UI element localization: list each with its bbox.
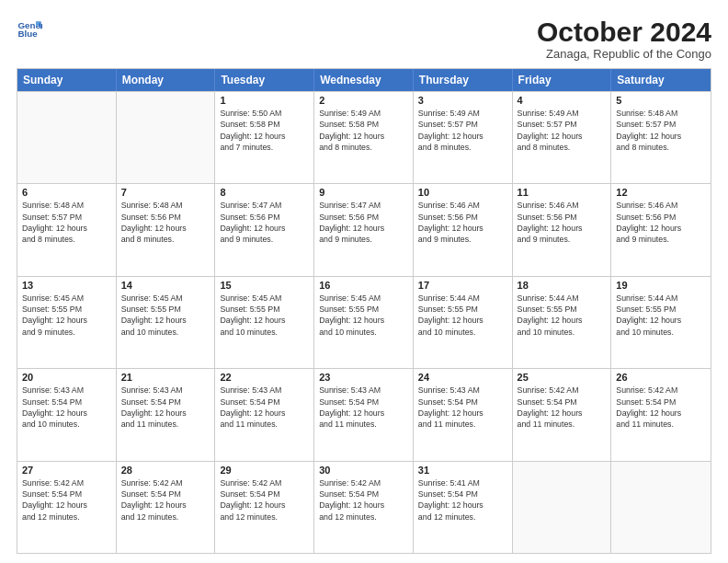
day-info: Sunrise: 5:45 AM Sunset: 5:55 PM Dayligh… xyxy=(22,293,111,338)
day-info: Sunrise: 5:46 AM Sunset: 5:56 PM Dayligh… xyxy=(418,200,507,245)
day-number: 30 xyxy=(319,465,408,476)
day-cell-17: 17Sunrise: 5:44 AM Sunset: 5:55 PM Dayli… xyxy=(414,277,513,368)
day-number: 4 xyxy=(518,95,607,106)
day-number: 23 xyxy=(319,372,408,383)
day-number: 5 xyxy=(616,95,706,106)
day-number: 11 xyxy=(518,187,607,198)
day-info: Sunrise: 5:43 AM Sunset: 5:54 PM Dayligh… xyxy=(220,385,309,430)
day-number: 12 xyxy=(616,187,706,198)
day-cell-14: 14Sunrise: 5:45 AM Sunset: 5:55 PM Dayli… xyxy=(117,277,216,368)
day-cell-24: 24Sunrise: 5:43 AM Sunset: 5:54 PM Dayli… xyxy=(414,369,513,460)
generalblue-icon: General Blue xyxy=(17,17,42,42)
day-info: Sunrise: 5:49 AM Sunset: 5:57 PM Dayligh… xyxy=(418,108,507,153)
day-number: 26 xyxy=(616,372,706,383)
day-cell-12: 12Sunrise: 5:46 AM Sunset: 5:56 PM Dayli… xyxy=(611,184,711,275)
calendar-row-2: 13Sunrise: 5:45 AM Sunset: 5:55 PM Dayli… xyxy=(17,276,711,368)
day-cell-26: 26Sunrise: 5:42 AM Sunset: 5:54 PM Dayli… xyxy=(611,369,711,460)
day-info: Sunrise: 5:42 AM Sunset: 5:54 PM Dayligh… xyxy=(616,385,706,430)
day-info: Sunrise: 5:44 AM Sunset: 5:55 PM Dayligh… xyxy=(616,293,706,338)
month-title: October 2024 xyxy=(537,17,711,47)
day-info: Sunrise: 5:42 AM Sunset: 5:54 PM Dayligh… xyxy=(220,477,309,523)
day-number: 17 xyxy=(418,280,507,291)
day-cell-21: 21Sunrise: 5:43 AM Sunset: 5:54 PM Dayli… xyxy=(117,369,216,460)
day-info: Sunrise: 5:43 AM Sunset: 5:54 PM Dayligh… xyxy=(121,385,210,430)
day-number: 7 xyxy=(121,187,210,198)
day-cell-30: 30Sunrise: 5:42 AM Sunset: 5:54 PM Dayli… xyxy=(314,462,414,553)
header-day-wednesday: Wednesday xyxy=(314,69,414,91)
day-info: Sunrise: 5:42 AM Sunset: 5:54 PM Dayligh… xyxy=(121,477,210,523)
header-day-sunday: Sunday xyxy=(17,69,117,91)
day-cell-3: 3Sunrise: 5:49 AM Sunset: 5:57 PM Daylig… xyxy=(414,92,513,183)
day-number: 22 xyxy=(220,372,309,383)
day-number: 15 xyxy=(220,280,309,291)
day-cell-28: 28Sunrise: 5:42 AM Sunset: 5:54 PM Dayli… xyxy=(117,462,216,553)
day-cell-29: 29Sunrise: 5:42 AM Sunset: 5:54 PM Dayli… xyxy=(215,462,314,553)
day-cell-15: 15Sunrise: 5:45 AM Sunset: 5:55 PM Dayli… xyxy=(215,277,314,368)
calendar-row-1: 6Sunrise: 5:48 AM Sunset: 5:57 PM Daylig… xyxy=(17,183,711,275)
day-number: 1 xyxy=(220,95,309,106)
day-info: Sunrise: 5:45 AM Sunset: 5:55 PM Dayligh… xyxy=(319,293,408,338)
day-number: 28 xyxy=(121,465,210,476)
day-info: Sunrise: 5:42 AM Sunset: 5:54 PM Dayligh… xyxy=(22,477,111,523)
day-cell-7: 7Sunrise: 5:48 AM Sunset: 5:56 PM Daylig… xyxy=(117,184,216,275)
day-number: 13 xyxy=(22,280,111,291)
day-number: 29 xyxy=(220,465,309,476)
day-cell-8: 8Sunrise: 5:47 AM Sunset: 5:56 PM Daylig… xyxy=(215,184,314,275)
day-info: Sunrise: 5:46 AM Sunset: 5:56 PM Dayligh… xyxy=(616,200,706,245)
empty-cell xyxy=(513,462,612,553)
day-info: Sunrise: 5:50 AM Sunset: 5:58 PM Dayligh… xyxy=(220,108,309,153)
day-cell-9: 9Sunrise: 5:47 AM Sunset: 5:56 PM Daylig… xyxy=(314,184,414,275)
day-number: 6 xyxy=(22,187,111,198)
day-cell-22: 22Sunrise: 5:43 AM Sunset: 5:54 PM Dayli… xyxy=(215,369,314,460)
day-cell-27: 27Sunrise: 5:42 AM Sunset: 5:54 PM Dayli… xyxy=(17,462,117,553)
day-number: 21 xyxy=(121,372,210,383)
day-cell-31: 31Sunrise: 5:41 AM Sunset: 5:54 PM Dayli… xyxy=(414,462,513,553)
day-number: 14 xyxy=(121,280,210,291)
day-cell-16: 16Sunrise: 5:45 AM Sunset: 5:55 PM Dayli… xyxy=(314,277,414,368)
day-cell-6: 6Sunrise: 5:48 AM Sunset: 5:57 PM Daylig… xyxy=(17,184,117,275)
header-day-saturday: Saturday xyxy=(611,69,711,91)
day-number: 25 xyxy=(518,372,607,383)
day-info: Sunrise: 5:48 AM Sunset: 5:57 PM Dayligh… xyxy=(22,200,111,245)
day-number: 20 xyxy=(22,372,111,383)
empty-cell xyxy=(611,462,711,553)
day-info: Sunrise: 5:43 AM Sunset: 5:54 PM Dayligh… xyxy=(22,385,111,430)
calendar: SundayMondayTuesdayWednesdayThursdayFrid… xyxy=(17,68,711,554)
day-number: 24 xyxy=(418,372,507,383)
day-info: Sunrise: 5:41 AM Sunset: 5:54 PM Dayligh… xyxy=(418,477,507,523)
header-day-monday: Monday xyxy=(117,69,216,91)
day-cell-11: 11Sunrise: 5:46 AM Sunset: 5:56 PM Dayli… xyxy=(513,184,612,275)
day-info: Sunrise: 5:45 AM Sunset: 5:55 PM Dayligh… xyxy=(220,293,309,338)
day-info: Sunrise: 5:49 AM Sunset: 5:58 PM Dayligh… xyxy=(319,108,408,153)
day-cell-19: 19Sunrise: 5:44 AM Sunset: 5:55 PM Dayli… xyxy=(611,277,711,368)
day-info: Sunrise: 5:43 AM Sunset: 5:54 PM Dayligh… xyxy=(418,385,507,430)
page: General Blue October 2024 Zanaga, Republ… xyxy=(0,0,728,563)
day-cell-13: 13Sunrise: 5:45 AM Sunset: 5:55 PM Dayli… xyxy=(17,277,117,368)
header-day-tuesday: Tuesday xyxy=(215,69,314,91)
day-number: 10 xyxy=(418,187,507,198)
day-info: Sunrise: 5:45 AM Sunset: 5:55 PM Dayligh… xyxy=(121,293,210,338)
day-number: 31 xyxy=(418,465,507,476)
day-info: Sunrise: 5:49 AM Sunset: 5:57 PM Dayligh… xyxy=(518,108,607,153)
calendar-row-0: 1Sunrise: 5:50 AM Sunset: 5:58 PM Daylig… xyxy=(17,91,711,183)
day-cell-20: 20Sunrise: 5:43 AM Sunset: 5:54 PM Dayli… xyxy=(17,369,117,460)
day-info: Sunrise: 5:47 AM Sunset: 5:56 PM Dayligh… xyxy=(319,200,408,245)
day-info: Sunrise: 5:43 AM Sunset: 5:54 PM Dayligh… xyxy=(319,385,408,430)
day-number: 19 xyxy=(616,280,706,291)
header: General Blue October 2024 Zanaga, Republ… xyxy=(17,17,711,61)
day-number: 16 xyxy=(319,280,408,291)
day-cell-4: 4Sunrise: 5:49 AM Sunset: 5:57 PM Daylig… xyxy=(513,92,612,183)
logo: General Blue xyxy=(17,17,44,42)
calendar-row-3: 20Sunrise: 5:43 AM Sunset: 5:54 PM Dayli… xyxy=(17,368,711,460)
day-info: Sunrise: 5:48 AM Sunset: 5:56 PM Dayligh… xyxy=(121,200,210,245)
header-day-thursday: Thursday xyxy=(414,69,513,91)
title-block: October 2024 Zanaga, Republic of the Con… xyxy=(537,17,711,61)
day-info: Sunrise: 5:47 AM Sunset: 5:56 PM Dayligh… xyxy=(220,200,309,245)
calendar-header-row: SundayMondayTuesdayWednesdayThursdayFrid… xyxy=(17,69,711,91)
day-cell-5: 5Sunrise: 5:48 AM Sunset: 5:57 PM Daylig… xyxy=(611,92,711,183)
day-cell-2: 2Sunrise: 5:49 AM Sunset: 5:58 PM Daylig… xyxy=(314,92,414,183)
day-number: 18 xyxy=(518,280,607,291)
calendar-row-4: 27Sunrise: 5:42 AM Sunset: 5:54 PM Dayli… xyxy=(17,461,711,553)
header-day-friday: Friday xyxy=(513,69,612,91)
day-info: Sunrise: 5:42 AM Sunset: 5:54 PM Dayligh… xyxy=(518,385,607,430)
